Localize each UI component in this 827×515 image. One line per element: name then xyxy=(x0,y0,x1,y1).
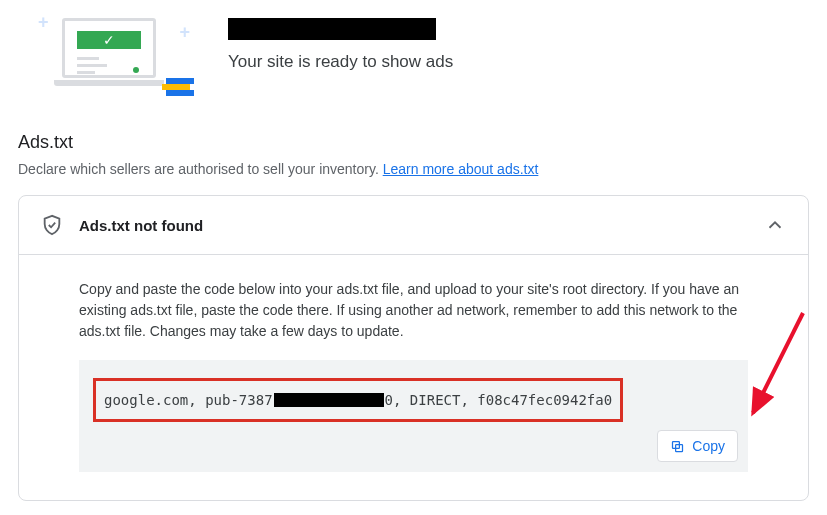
svg-line-2 xyxy=(753,313,803,413)
ready-message: Your site is ready to show ads xyxy=(228,52,453,72)
sparkle-icon: + xyxy=(179,22,190,43)
copy-button[interactable]: Copy xyxy=(657,430,738,462)
section-title: Ads.txt xyxy=(18,132,809,153)
instructions-text: Copy and paste the code below into your … xyxy=(79,279,748,342)
card-header[interactable]: Ads.txt not found xyxy=(19,196,808,255)
chevron-up-icon xyxy=(764,214,786,236)
learn-more-link[interactable]: Learn more about ads.txt xyxy=(383,161,539,177)
copy-label: Copy xyxy=(692,438,725,454)
card-title: Ads.txt not found xyxy=(79,217,764,234)
ads-txt-card: Ads.txt not found Copy and paste the cod… xyxy=(18,195,809,501)
books-icon xyxy=(154,56,194,96)
shield-check-icon xyxy=(41,214,63,236)
subtitle-text: Declare which sellers are authorised to … xyxy=(18,161,383,177)
copy-icon xyxy=(670,439,685,454)
ads-txt-code: google.com, pub-73870, DIRECT, f08c47fec… xyxy=(104,392,612,408)
checkmark-icon: ✓ xyxy=(103,32,115,48)
site-url-redacted xyxy=(228,18,436,40)
section-subtitle: Declare which sellers are authorised to … xyxy=(18,161,809,177)
laptop-icon: ✓ xyxy=(54,18,164,96)
code-suffix: 0, DIRECT, f08c47fec0942fa0 xyxy=(385,392,613,408)
card-body: Copy and paste the code below into your … xyxy=(19,255,808,500)
code-highlight: google.com, pub-73870, DIRECT, f08c47fec… xyxy=(93,378,623,422)
header-text: Your site is ready to show ads xyxy=(228,12,453,72)
header-row: + + ✓ Your site is ready to show ads xyxy=(18,12,809,102)
site-ready-illustration: + + ✓ xyxy=(18,12,198,102)
code-box: google.com, pub-73870, DIRECT, f08c47fec… xyxy=(79,360,748,472)
code-prefix: google.com, pub-7387 xyxy=(104,392,273,408)
publisher-id-redacted xyxy=(274,393,384,407)
sparkle-icon: + xyxy=(38,12,49,33)
